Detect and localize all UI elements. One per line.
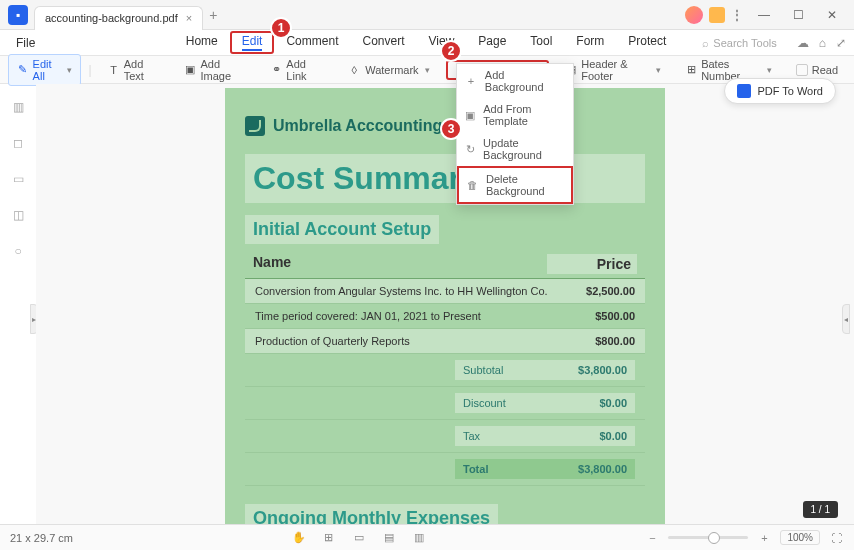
summary-label: Subtotal: [455, 360, 555, 380]
summary-row-total: Total $3,800.00: [245, 453, 645, 486]
file-menu[interactable]: File: [8, 34, 43, 52]
search-tools[interactable]: ⌕ Search Tools: [702, 37, 776, 49]
canvas: Umbrella Acccounting Cost Summary Initia…: [36, 84, 854, 524]
menu-home[interactable]: Home: [174, 31, 230, 54]
close-icon[interactable]: ×: [186, 12, 192, 24]
update-background-item[interactable]: ↻ Update Background: [457, 132, 573, 166]
col-name-header: Name: [253, 254, 547, 274]
cell-name: Conversion from Angular Systems Inc. to …: [255, 285, 555, 297]
zoom-out-button[interactable]: −: [644, 532, 660, 544]
right-collapse-handle[interactable]: ◂: [842, 304, 850, 334]
delete-label: Delete Background: [486, 173, 563, 197]
brand-logo-icon: [245, 116, 265, 136]
close-button[interactable]: ✕: [818, 5, 846, 25]
add-link-button[interactable]: ⚭ Add Link: [262, 55, 331, 85]
read-button[interactable]: Read: [788, 61, 846, 79]
titlebar: ▪ accounting-background.pdf × + ⋮ — ☐ ✕: [0, 0, 854, 30]
section-heading: Initial Account Setup: [245, 215, 439, 244]
summary-label: Discount: [455, 393, 555, 413]
fit-width-icon[interactable]: ⊞: [321, 531, 337, 544]
menu-form[interactable]: Form: [564, 31, 616, 54]
fullscreen-icon[interactable]: ⛶: [828, 532, 844, 544]
read-label: Read: [812, 64, 838, 76]
cell-name: Time period covered: JAN 01, 2021 to Pre…: [255, 310, 555, 322]
edit-all-label: Edit All: [33, 58, 61, 82]
menu-protect[interactable]: Protect: [616, 31, 678, 54]
bookmarks-icon[interactable]: ◻: [9, 134, 27, 152]
view-mode-icon[interactable]: ▤: [381, 531, 397, 544]
summary-row: Discount $0.00: [245, 387, 645, 420]
add-tab-button[interactable]: +: [209, 7, 217, 23]
minimize-button[interactable]: —: [750, 5, 778, 25]
promo-icon[interactable]: [685, 6, 703, 24]
chevron-down-icon: ▾: [67, 65, 72, 75]
callout-3: 3: [440, 118, 462, 140]
summary-row: Tax $0.00: [245, 420, 645, 453]
chevron-down-icon: ▾: [425, 65, 430, 75]
table-row: Conversion from Angular Systems Inc. to …: [245, 279, 645, 304]
text-icon: T: [108, 63, 120, 77]
menu-page[interactable]: Page: [466, 31, 518, 54]
col-price-header: Price: [547, 254, 637, 274]
zoom-value[interactable]: 100%: [780, 530, 820, 545]
cell-price: $500.00: [555, 310, 635, 322]
cell-name: Production of Quarterly Reports: [255, 335, 555, 347]
page-indicator[interactable]: 1 / 1: [803, 501, 838, 518]
app-icon: ▪: [8, 5, 28, 25]
cloud-icon[interactable]: ☁: [797, 36, 809, 50]
add-text-button[interactable]: T Add Text: [100, 55, 169, 85]
section-heading-2: Ongoing Monthly Expenses: [245, 504, 498, 524]
cell-price: $800.00: [555, 335, 635, 347]
callout-1: 1: [270, 17, 292, 39]
document-tab[interactable]: accounting-background.pdf ×: [34, 6, 203, 30]
table-row: Time period covered: JAN 01, 2021 to Pre…: [245, 304, 645, 329]
layers-icon[interactable]: ◫: [9, 206, 27, 224]
header-footer-label: Header & Footer: [581, 58, 650, 82]
workspace: ▥ ◻ ▭ ◫ ○ ▸ Umbrella Acccounting Cost Su…: [0, 84, 854, 524]
bates-icon: ⊞: [685, 63, 697, 77]
summary-row: Subtotal $3,800.00: [245, 354, 645, 387]
menu-tool[interactable]: Tool: [518, 31, 564, 54]
maximize-button[interactable]: ☐: [784, 5, 812, 25]
attachments-icon[interactable]: ▭: [9, 170, 27, 188]
menubar: File Home Edit Comment Convert View Page…: [0, 30, 854, 56]
thumbnails-icon[interactable]: ▥: [9, 98, 27, 116]
template-label: Add From Template: [483, 103, 565, 127]
add-background-item[interactable]: + Add Background: [457, 64, 573, 98]
edit-all-button[interactable]: ✎ Edit All ▾: [8, 54, 81, 86]
watermark-icon: ◊: [347, 63, 361, 77]
tab-title: accounting-background.pdf: [45, 12, 178, 24]
home-icon[interactable]: ⌂: [819, 36, 826, 50]
summary-value: $3,800.00: [555, 360, 635, 380]
image-icon: ▣: [184, 63, 196, 77]
add-background-label: Add Background: [485, 69, 565, 93]
fit-page-icon[interactable]: ▭: [351, 531, 367, 544]
expand-icon[interactable]: ⤢: [836, 36, 846, 50]
callout-2: 2: [440, 40, 462, 62]
background-dropdown: + Add Background ▣ Add From Template ↻ U…: [456, 63, 574, 205]
upgrade-icon[interactable]: [709, 7, 725, 23]
menu-edit[interactable]: Edit: [230, 31, 275, 54]
two-page-icon[interactable]: ▥: [411, 531, 427, 544]
search-panel-icon[interactable]: ○: [9, 242, 27, 260]
search-icon: ⌕: [702, 37, 709, 49]
pdf-to-word-button[interactable]: PDF To Word: [724, 78, 836, 104]
delete-background-item[interactable]: 🗑 Delete Background: [457, 166, 573, 204]
edit-icon: ✎: [17, 63, 29, 77]
checkbox-icon: [796, 64, 808, 76]
watermark-button[interactable]: ◊ Watermark ▾: [339, 60, 437, 80]
zoom-slider[interactable]: [668, 536, 748, 539]
add-image-button[interactable]: ▣ Add Image: [176, 55, 254, 85]
zoom-in-button[interactable]: +: [756, 532, 772, 544]
plus-icon: +: [465, 75, 477, 87]
link-icon: ⚭: [270, 63, 282, 77]
summary-value: $0.00: [555, 426, 635, 446]
pdf-to-word-label: PDF To Word: [757, 85, 823, 97]
add-link-label: Add Link: [286, 58, 323, 82]
doc-title: Cost Summary: [245, 154, 645, 203]
header-footer-button[interactable]: ▤ Header & Footer ▾: [557, 55, 669, 85]
menu-convert[interactable]: Convert: [350, 31, 416, 54]
hand-tool-icon[interactable]: ✋: [291, 531, 307, 544]
add-from-template-item[interactable]: ▣ Add From Template: [457, 98, 573, 132]
more-icon[interactable]: ⋮: [731, 8, 744, 22]
